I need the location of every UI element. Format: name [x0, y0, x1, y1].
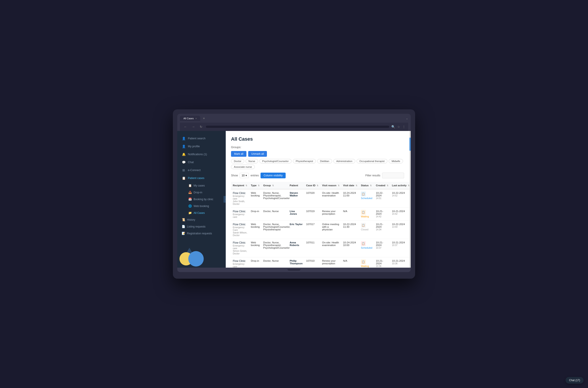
chat-bubble[interactable]: Chat (17)	[566, 377, 584, 384]
cell-recipient: Flow Clinic Emergency care	[231, 257, 249, 268]
unmark-all-btn[interactable]: Unmark all	[248, 151, 267, 157]
sort-visitreason-icon: ⇅	[338, 185, 340, 187]
group-tag-dietitian[interactable]: Dietitian	[317, 159, 332, 163]
column-visibility-btn[interactable]: Column visibility	[261, 173, 286, 178]
collapse-sidebar-btn[interactable]: ‹	[223, 196, 226, 203]
sidebar-item-booking-by-clinic[interactable]: 📅 Booking by clinic	[184, 196, 226, 203]
cell-visit-reason: Renew your prescription	[320, 257, 341, 268]
cell-case-id: 107017	[304, 221, 320, 239]
cell-group: Doctor, Nurse	[261, 257, 288, 268]
filter-results-input[interactable]	[382, 173, 404, 178]
table-row: Flow Clinic Emergency care Simon Green, …	[231, 239, 409, 257]
cell-group: Doctor, Nurse, Physiotherapist, Psycholo…	[261, 189, 288, 208]
cell-visit-reason: On-site: Health examination	[320, 189, 341, 208]
refresh-btn[interactable]: ↻	[198, 124, 204, 129]
cell-recipient: Flow Clinic Emergency care Simon Green, …	[231, 239, 249, 257]
cell-visit-date: N/A	[341, 208, 359, 221]
sort-recipient-icon: ⇅	[245, 185, 247, 187]
cell-type: Web booking	[249, 189, 261, 208]
sidebar-item-registration-requests[interactable]: 📝 Registration requests	[177, 230, 226, 237]
cell-patient: Anna Roberts	[288, 239, 304, 257]
sort-group-icon: ⇅	[272, 185, 274, 187]
status-badge: Scheduled	[361, 197, 372, 199]
tab-close-btn[interactable]: ×	[195, 117, 197, 120]
show-label: Show	[231, 174, 238, 177]
status-badge: Waiting	[361, 265, 369, 267]
all-cases-icon: 📁	[188, 211, 192, 215]
listing-requests-icon: 📄	[182, 225, 185, 228]
cell-type: Web booking	[249, 221, 261, 239]
scrollbar-thumb[interactable]	[409, 138, 411, 151]
sidebar-item-e-connect[interactable]: ⊞ e-Connect	[177, 166, 226, 174]
new-tab-btn[interactable]: +	[201, 116, 207, 121]
sidebar-label-e-connect: e-Connect	[188, 169, 201, 172]
cell-last-activity: 10-21-202410:37	[390, 239, 409, 257]
main-content: All Cases Groups: Mark all Unmark all Do…	[226, 131, 409, 268]
sidebar-item-patient-cases[interactable]: 📋 Patient cases	[177, 174, 226, 182]
th-group[interactable]: Group ⇅	[261, 182, 288, 189]
group-tag-associate-nurse[interactable]: Associate nurse	[231, 165, 255, 169]
sidebar-item-chat[interactable]: 💬 Chat	[177, 158, 226, 166]
registration-requests-icon: 📝	[182, 232, 185, 235]
cell-case-id: 107010	[304, 257, 320, 268]
group-tag-administration[interactable]: Administration	[333, 159, 355, 163]
web-booking-icon: 🌐	[188, 204, 192, 208]
group-tag-nurse[interactable]: Nurse	[245, 159, 258, 163]
scrollbar[interactable]	[409, 131, 411, 268]
sort-caseid-icon: ⇅	[317, 185, 318, 187]
laptop-notch	[287, 269, 301, 271]
address-bar[interactable]	[206, 126, 389, 128]
search-icon[interactable]: 🔍	[391, 125, 395, 128]
sidebar-item-listing-requests[interactable]: 📄 Listing requests	[177, 223, 226, 230]
cell-patient: Lisa Jones	[288, 208, 304, 221]
cell-recipient: Flow Clinic Emergency care	[231, 208, 249, 221]
group-tag-psychologist[interactable]: Psychologist/Counselor	[260, 159, 292, 163]
group-tag-midwife[interactable]: Midwife	[389, 159, 403, 163]
group-tag-occupational-therapist[interactable]: Occupational therapist	[357, 159, 387, 163]
cell-visit-date: 10-22-202411:30	[341, 221, 359, 239]
group-tag-physiotherapist[interactable]: Physiotherapist	[293, 159, 316, 163]
th-created[interactable]: Created ⇅	[374, 182, 390, 189]
forward-btn[interactable]: →	[191, 124, 196, 129]
sidebar-item-drop-in[interactable]: 📥 Drop-in	[184, 189, 226, 196]
sidebar-item-notifications[interactable]: 🔔 Notifications (1)	[177, 150, 226, 158]
th-last-activity[interactable]: Last activity ⇅	[390, 182, 409, 189]
cell-status: 📋 Closed	[359, 221, 374, 239]
table-row: Flow Clinic Emergency care John Smith, D…	[231, 189, 409, 208]
th-visit-date[interactable]: Visit date ⇅	[341, 182, 359, 189]
groups-actions: Mark all Unmark all	[231, 151, 404, 157]
active-tab[interactable]: All Cases ×	[180, 116, 200, 121]
cell-created: 10-21-202410:36	[374, 257, 390, 268]
sidebar-item-patient-search[interactable]: 👤 Patient search	[177, 134, 226, 143]
mark-all-btn[interactable]: Mark all	[231, 151, 246, 157]
cell-group: Doctor, Nurse	[261, 208, 288, 221]
th-visit-reason[interactable]: Visit reason ⇅	[320, 182, 341, 189]
cell-last-activity: 10-22-202414:52	[390, 189, 409, 208]
th-recipient[interactable]: Recipient ⇅	[231, 182, 249, 189]
back-btn[interactable]: ←	[183, 124, 188, 129]
bookmark-icon[interactable]: ☆	[397, 125, 400, 128]
cell-patient: Philip Thompson	[288, 257, 304, 268]
cell-created: 10-21-202410:37	[374, 239, 390, 257]
sidebar-item-history[interactable]: 📜 History	[177, 216, 226, 223]
sidebar-item-my-cases[interactable]: 📋 My cases	[184, 182, 226, 189]
th-type[interactable]: Type ⇅	[249, 182, 261, 189]
th-status[interactable]: Status ⇅	[359, 182, 374, 189]
chat-icon: 💬	[182, 161, 186, 164]
th-patient[interactable]: Patient	[288, 182, 304, 189]
sidebar-label-web-booking: Web booking	[194, 205, 209, 208]
th-case-id[interactable]: Case ID ⇅	[304, 182, 320, 189]
show-dropdown-icon: ▾	[245, 174, 247, 177]
sidebar-item-web-booking[interactable]: 🌐 Web booking	[184, 203, 226, 209]
tab-expand-btn[interactable]: ⌄	[406, 117, 408, 120]
sort-created-icon: ⇅	[387, 185, 389, 187]
cases-table: Recipient ⇅ Type ⇅ Group ⇅ Patient Case …	[231, 182, 409, 268]
page-title: All Cases	[231, 136, 404, 142]
cell-case-id: 107020	[304, 189, 320, 208]
group-tag-doctor[interactable]: Doctor	[231, 159, 244, 163]
browser-navbar: ← → ↻ 🔍 ☆ ⋮	[180, 122, 408, 131]
show-select[interactable]: 10 ▾	[240, 173, 249, 178]
sidebar-item-my-profile[interactable]: 👤 My profile	[177, 143, 226, 150]
sidebar-item-all-cases[interactable]: 📁 All Cases	[184, 209, 226, 216]
menu-icon[interactable]: ⋮	[402, 125, 405, 128]
